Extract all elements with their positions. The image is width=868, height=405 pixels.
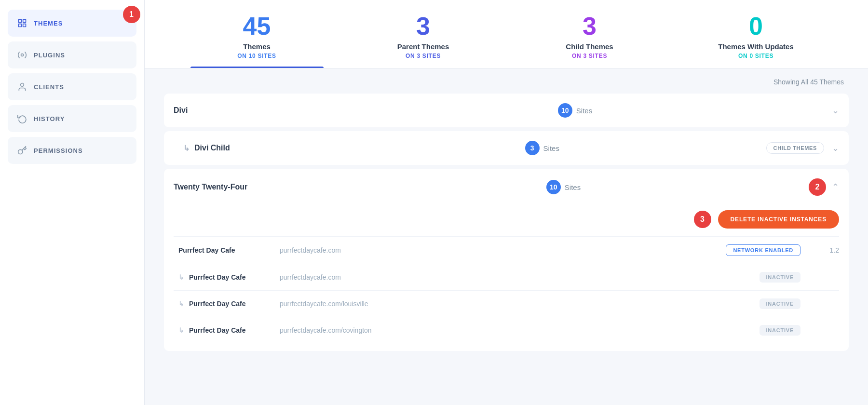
stat-all-themes[interactable]: 45 Themes ON 10 SITES: [174, 0, 340, 68]
sidebar-item-themes-label: THEMES: [34, 20, 63, 27]
stat-child-themes-sublabel: ON 3 SITES: [572, 53, 607, 59]
theme-row-divi-child: ↳ Divi Child 3 Sites CHILD THEMES ⌄: [164, 131, 849, 165]
divi-child-name-label: Divi Child: [194, 144, 230, 152]
theme-name-divi-child: ↳ Divi Child: [174, 144, 318, 153]
stat-child-themes-number: 3: [583, 14, 597, 39]
main-content: 45 Themes ON 10 SITES 3 Parent Themes ON…: [145, 0, 868, 405]
site-url-purrfect-child-3: purrfectdaycafe.com/covington: [270, 326, 760, 334]
svg-rect-3: [23, 24, 26, 27]
ttf-sites-count: 10: [546, 180, 561, 194]
delete-badge-3: 3: [694, 211, 711, 228]
theme-row-twenty-twenty-four: Twenty Twenty-Four 10 Sites 2 ⌃ 3 DELETE…: [164, 169, 849, 351]
sidebar-item-history[interactable]: HISTORY: [8, 105, 136, 132]
stat-parent-themes[interactable]: 3 Parent Themes ON 3 SITES: [340, 0, 506, 68]
site-row-purrfect-child-3: ↳ Purrfect Day Cafe purrfectdaycafe.com/…: [174, 317, 839, 343]
site-url-purrfect-child-1: purrfectdaycafe.com: [270, 273, 760, 281]
ttf-actions-bar: 3 DELETE INACTIVE INSTANCES: [174, 205, 839, 236]
themes-badge: 1: [123, 6, 140, 23]
showing-text: Showing All 45 Themes: [164, 78, 849, 86]
theme-row-divi-header[interactable]: Divi 10 Sites ⌄: [174, 94, 839, 127]
svg-point-5: [21, 83, 24, 87]
divi-chevron-icon[interactable]: ⌄: [832, 105, 839, 116]
ttf-sites-badge: 10 Sites: [546, 180, 581, 194]
ttf-expanded-content: 3 DELETE INACTIVE INSTANCES Purrfect Day…: [174, 205, 839, 351]
sidebar-item-history-label: HISTORY: [34, 115, 65, 122]
purrfect-main-name: Purrfect Day Cafe: [178, 246, 235, 254]
sidebar-item-permissions[interactable]: PERMISSIONS: [8, 137, 136, 164]
sidebar-item-permissions-label: PERMISSIONS: [34, 147, 83, 154]
svg-point-4: [21, 54, 24, 56]
sidebar-item-plugins[interactable]: PLUGINS: [8, 41, 136, 68]
site-name-purrfect-child-1: ↳ Purrfect Day Cafe: [174, 273, 270, 281]
divi-child-sites-label: Sites: [543, 144, 559, 152]
purrfect-child-3-arrow: ↳: [178, 326, 184, 334]
sidebar-item-plugins-label: PLUGINS: [34, 52, 65, 59]
stat-all-themes-sublabel: ON 10 SITES: [237, 53, 276, 59]
theme-row-divi: Divi 10 Sites ⌄: [164, 94, 849, 127]
inactive-badge-1: INACTIVE: [760, 272, 801, 283]
site-row-purrfect-main: Purrfect Day Cafe purrfectdaycafe.com NE…: [174, 236, 839, 264]
permissions-icon: [17, 146, 27, 155]
stat-themes-updates-number: 0: [749, 14, 763, 39]
ttf-badge-2: 2: [809, 178, 826, 196]
stat-themes-updates[interactable]: 0 Themes With Updates ON 0 SITES: [673, 0, 839, 68]
stat-all-themes-label: Themes: [243, 42, 271, 51]
stat-all-themes-number: 45: [243, 14, 271, 39]
divi-child-chevron-icon[interactable]: ⌄: [832, 143, 839, 153]
sidebar-item-clients[interactable]: CLIENTS: [8, 73, 136, 100]
theme-row-divi-child-header[interactable]: ↳ Divi Child 3 Sites CHILD THEMES ⌄: [174, 131, 839, 165]
stat-parent-themes-number: 3: [416, 14, 430, 39]
purrfect-child-1-arrow: ↳: [178, 273, 184, 281]
site-version-purrfect-main: 1.2: [820, 246, 839, 254]
sidebar: THEMES 1 PLUGINS CLIENTS HISTORY: [0, 0, 145, 405]
ttf-chevron-icon[interactable]: ⌃: [832, 182, 839, 192]
stat-child-themes[interactable]: 3 Child Themes ON 3 SITES: [506, 0, 673, 68]
stat-parent-themes-label: Parent Themes: [397, 42, 449, 51]
divi-sites-label: Sites: [576, 107, 592, 115]
plugins-icon: [17, 50, 27, 60]
purrfect-child-2-name: Purrfect Day Cafe: [189, 300, 246, 308]
divi-child-sites-badge: 3 Sites: [525, 141, 559, 155]
purrfect-child-2-arrow: ↳: [178, 300, 184, 308]
svg-rect-0: [19, 20, 22, 23]
site-name-purrfect-child-3: ↳ Purrfect Day Cafe: [174, 326, 270, 334]
purrfect-child-3-name: Purrfect Day Cafe: [189, 326, 246, 334]
site-url-purrfect-child-2: purrfectdaycafe.com/louisville: [270, 300, 760, 308]
stat-child-themes-label: Child Themes: [566, 42, 613, 51]
svg-rect-1: [23, 20, 26, 23]
stats-row: 45 Themes ON 10 SITES 3 Parent Themes ON…: [145, 0, 868, 68]
theme-name-divi: Divi: [174, 106, 318, 115]
sidebar-item-clients-label: CLIENTS: [34, 83, 64, 91]
sidebar-item-themes[interactable]: THEMES 1: [8, 10, 136, 37]
clients-icon: [17, 82, 27, 92]
divi-sites-count: 10: [558, 103, 572, 118]
content-area: Showing All 45 Themes Divi 10 Sites ⌄ ↳ …: [145, 68, 868, 405]
site-name-purrfect-main: Purrfect Day Cafe: [174, 246, 270, 254]
divi-sites-badge: 10 Sites: [558, 103, 592, 118]
theme-name-ttf: Twenty Twenty-Four: [174, 183, 318, 191]
theme-row-ttf-header[interactable]: Twenty Twenty-Four 10 Sites 2 ⌃: [174, 169, 839, 205]
inactive-badge-2: INACTIVE: [760, 298, 801, 309]
divi-child-sites-count: 3: [525, 141, 540, 155]
site-name-purrfect-child-2: ↳ Purrfect Day Cafe: [174, 300, 270, 308]
inactive-badge-3: INACTIVE: [760, 325, 801, 336]
themes-icon: [17, 18, 27, 28]
site-url-purrfect-main: purrfectdaycafe.com: [270, 246, 726, 254]
ttf-sites-label: Sites: [565, 183, 581, 191]
stat-parent-themes-sublabel: ON 3 SITES: [406, 53, 441, 59]
delete-inactive-button[interactable]: DELETE INACTIVE INSTANCES: [718, 210, 839, 229]
purrfect-child-1-name: Purrfect Day Cafe: [189, 273, 246, 281]
stat-themes-updates-label: Themes With Updates: [718, 42, 794, 51]
site-row-purrfect-child-2: ↳ Purrfect Day Cafe purrfectdaycafe.com/…: [174, 290, 839, 317]
svg-rect-2: [19, 24, 22, 27]
divi-child-tag-badge: CHILD THEMES: [766, 142, 824, 154]
divi-child-indent-arrow: ↳: [183, 144, 190, 153]
history-icon: [17, 114, 27, 123]
stat-themes-updates-sublabel: ON 0 SITES: [738, 53, 773, 59]
network-enabled-badge: NETWORK ENABLED: [726, 244, 800, 256]
site-row-purrfect-child-1: ↳ Purrfect Day Cafe purrfectdaycafe.com …: [174, 264, 839, 290]
